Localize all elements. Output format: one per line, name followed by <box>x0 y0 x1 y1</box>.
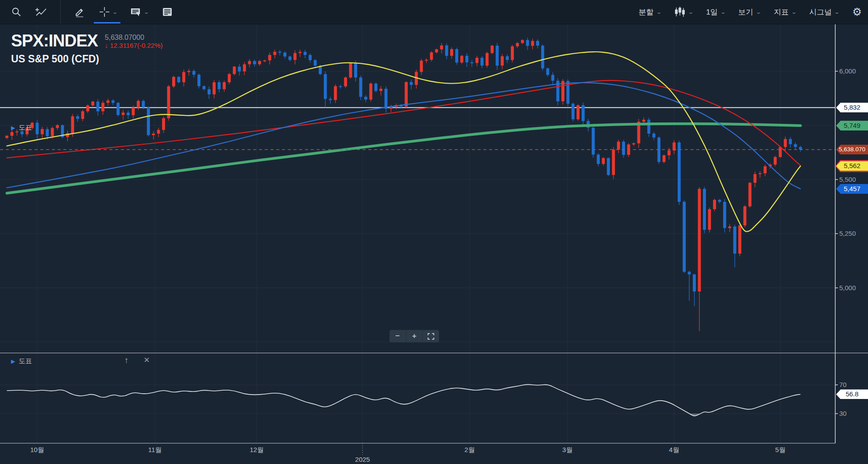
rsi-lower-tick-label: 30 <box>839 410 847 417</box>
active-tool-indicator <box>94 22 120 23</box>
indicator-pane-legend[interactable]: ▶ 도표 <box>11 357 32 365</box>
chevron-down-icon: ⌄ <box>756 9 761 15</box>
price-tick-label: 5,500 <box>839 176 856 183</box>
top-toolbar: ⌄ ⌄ <box>0 0 868 24</box>
chat-tool[interactable]: ⌄ <box>130 6 148 18</box>
price-label-blue: 5,457 <box>836 184 868 194</box>
symbol-quote: 5,638.07000 ↓ 12.31167(-0.22%) <box>105 32 163 50</box>
main-pane-label: 도표 <box>19 123 32 132</box>
toolbar-left: ⌄ ⌄ <box>11 0 173 24</box>
time-axis-label: 2025 <box>345 456 380 463</box>
menu-indicators-label: 지표 <box>774 7 789 17</box>
time-axis-label: 3월 <box>550 446 585 454</box>
down-arrow-icon: ↓ <box>105 42 108 49</box>
menu-split[interactable]: 분할 ⌄ <box>639 7 661 17</box>
price-label-yellow: 5,562 <box>836 161 868 171</box>
chat-icon[interactable] <box>130 6 142 18</box>
search-icon[interactable] <box>11 6 22 18</box>
last-price: 5,638.07000 <box>105 34 163 42</box>
menu-indicators[interactable]: 지표 ⌄ <box>774 7 796 17</box>
indicator-pane-label: 도표 <box>19 357 32 365</box>
price-tick-label: 5,000 <box>839 284 856 291</box>
rsi-value-label: 56.8 <box>836 389 868 399</box>
fullscreen-button[interactable] <box>422 330 439 342</box>
chevron-down-icon: ⌄ <box>791 9 797 15</box>
rsi-upper-tick-label: 70 <box>839 381 847 388</box>
chevron-down-icon: ⌄ <box>688 9 694 15</box>
chevron-down-icon: ⌄ <box>656 9 662 15</box>
news-list-icon[interactable] <box>162 6 173 18</box>
time-axis-label: 10월 <box>19 446 55 454</box>
toolbar-right: 분할 ⌄ ⌄ 1일 ⌄ 보기 ⌄ 지표 <box>639 0 862 24</box>
menu-signal-label: 시그널 <box>809 7 832 17</box>
draw-pencil-icon[interactable] <box>74 6 85 18</box>
zoom-in-button[interactable]: + <box>406 330 423 342</box>
chevron-down-icon: ⌄ <box>834 9 840 15</box>
chevron-down-icon[interactable]: ⌄ <box>143 9 149 15</box>
price-label-green: 5,749 <box>836 121 868 130</box>
indicator-close-button[interactable]: × <box>144 356 150 364</box>
trading-app: 6,0005,5005,2505,000703010월11월12월20252월3… <box>0 0 868 464</box>
menu-chart-type[interactable]: ⌄ <box>674 6 693 18</box>
menu-view-label: 보기 <box>738 7 753 17</box>
main-pane-legend[interactable]: ▶ 도표 <box>11 123 32 132</box>
price-change-value: 12.31167(-0.22%) <box>110 42 163 49</box>
crosshair-icon[interactable] <box>99 6 110 18</box>
symbol-ticker: SPX:INDEX <box>11 32 98 50</box>
symbol-header: SPX:INDEX 5,638.07000 ↓ 12.31167(-0.22%)… <box>11 32 162 65</box>
time-axis-label: 4월 <box>656 446 692 454</box>
price-change: ↓ 12.31167(-0.22%) <box>105 42 163 50</box>
compare-icon[interactable] <box>35 6 47 18</box>
price-tick-label: 6,000 <box>839 67 856 75</box>
toolbar-divider <box>60 0 61 24</box>
candlestick-icon <box>674 6 686 18</box>
menu-split-label: 분할 <box>639 7 654 17</box>
time-axis-label: 11월 <box>137 446 173 454</box>
crosshair-tool[interactable]: ⌄ <box>99 6 117 18</box>
symbol-name: US S&P 500 (CFD) <box>11 53 162 65</box>
menu-interval[interactable]: 1일 ⌄ <box>706 7 725 17</box>
price-tick-label: 5,250 <box>839 230 856 237</box>
zoom-controls: − + <box>390 330 439 342</box>
price-label-white: 5,832 <box>836 103 868 112</box>
chevron-down-icon: ⌄ <box>720 9 726 15</box>
price-label-current: 5,638.070 <box>836 145 868 154</box>
time-axis-label: 12월 <box>239 446 274 454</box>
time-axis-label: 2월 <box>452 446 487 454</box>
menu-signal[interactable]: 시그널 ⌄ <box>809 7 839 17</box>
menu-interval-label: 1일 <box>706 7 718 17</box>
menu-view[interactable]: 보기 ⌄ <box>738 7 760 17</box>
time-axis-label: 5월 <box>763 446 798 454</box>
zoom-out-button[interactable]: − <box>390 330 406 342</box>
axis-label-layer: 6,0005,5005,2505,000703010월11월12월20252월3… <box>0 0 868 464</box>
expand-arrow-icon[interactable]: ▶ <box>11 125 15 131</box>
indicator-collapse-button[interactable]: ↑ <box>124 356 129 365</box>
expand-arrow-icon[interactable]: ▶ <box>11 358 15 364</box>
chevron-down-icon[interactable]: ⌄ <box>112 9 118 15</box>
gear-icon[interactable]: ⚙ <box>852 6 862 18</box>
